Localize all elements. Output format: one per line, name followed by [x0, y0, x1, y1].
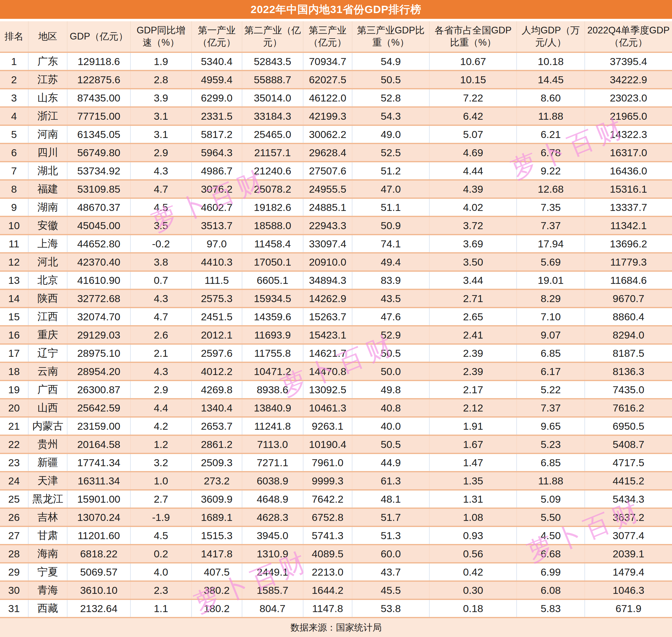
table-cell: 9.07 [517, 326, 584, 344]
table-row: 7湖北53734.924.34986.721240.627507.651.24.… [0, 162, 672, 180]
table-cell: 3609.9 [192, 490, 242, 508]
table-cell: 10 [0, 216, 28, 235]
table-cell: 四川 [28, 143, 67, 162]
table-cell: 6950.5 [585, 417, 672, 435]
column-header-region: 地区 [28, 21, 67, 52]
table-cell: 7616.2 [585, 399, 672, 417]
table-cell: 14621.7 [303, 344, 352, 362]
table-cell: 6.78 [517, 143, 584, 162]
table-row: 30青海3610.102.3380.21585.71644.245.50.306… [0, 581, 672, 599]
table-cell: 32074.70 [67, 308, 130, 326]
table-cell: 12 [0, 253, 28, 271]
table-cell: 18588.0 [242, 216, 303, 235]
table-cell: 14322.3 [585, 125, 672, 143]
table-cell: 25642.59 [67, 399, 130, 417]
table-cell: 17050.1 [242, 253, 303, 271]
table-cell: 2.12 [429, 399, 517, 417]
table-cell: 0.56 [429, 545, 517, 563]
table-cell: 7.10 [517, 308, 584, 326]
table-cell: 6038.9 [242, 472, 303, 490]
table-row: 6四川56749.802.95964.321157.129628.452.54.… [0, 143, 672, 162]
table-cell: 5.69 [517, 253, 584, 271]
table-cell: 28975.10 [67, 344, 130, 362]
table-cell: 9670.7 [585, 289, 672, 308]
table-cell: 4.3 [130, 162, 192, 180]
table-cell: 11.88 [517, 107, 584, 125]
table-row: 17辽宁28975.102.12597.611755.814621.750.52… [0, 344, 672, 362]
table-cell: 11342.1 [585, 216, 672, 235]
table-cell: 51.1 [352, 198, 429, 216]
table-cell: 4.02 [429, 198, 517, 216]
table-cell: 24885.1 [303, 198, 352, 216]
table-row: 29宁夏5069.574.0407.52449.12213.043.70.426… [0, 563, 672, 581]
table-cell: 44652.80 [67, 235, 130, 253]
table-body: 1广东129118.61.95340.452843.570934.754.910… [0, 52, 672, 618]
table-cell: 1310.9 [242, 545, 303, 563]
table-cell: 1585.7 [242, 581, 303, 599]
table-cell: 1147.8 [303, 599, 352, 618]
table-header-row: 排名 地区 GDP（亿元） GDP同比增速（%） 第一产业（亿元） 第二产业（亿… [0, 21, 672, 52]
table-cell: 49.4 [352, 253, 429, 271]
table-cell: 4.7 [130, 308, 192, 326]
table-cell: 52.8 [352, 89, 429, 107]
table-cell: 2.41 [429, 326, 517, 344]
table-cell: 1.08 [429, 508, 517, 526]
table-cell: 8860.4 [585, 308, 672, 326]
table-cell: 1515.3 [192, 526, 242, 545]
table-cell: 11241.8 [242, 417, 303, 435]
table-cell: 2.39 [429, 344, 517, 362]
table-cell: 32772.68 [67, 289, 130, 308]
table-cell: 7961.0 [303, 453, 352, 472]
table-cell: 4.3 [130, 289, 192, 308]
table-cell: 6.21 [517, 125, 584, 143]
column-header-rank: 排名 [0, 21, 28, 52]
table-row: 9湖南48670.374.54602.719182.624885.151.14.… [0, 198, 672, 216]
table-cell: 2653.7 [192, 417, 242, 435]
table-cell: 2575.3 [192, 289, 242, 308]
table-cell: 5741.3 [303, 526, 352, 545]
column-header-gdp: GDP（亿元） [67, 21, 130, 52]
table-cell: 33184.3 [242, 107, 303, 125]
table-cell: 671.9 [585, 599, 672, 618]
table-row: 1广东129118.61.95340.452843.570934.754.910… [0, 52, 672, 71]
table-cell: 2132.64 [67, 599, 130, 618]
table-cell: 2.9 [130, 143, 192, 162]
table-cell: 14470.8 [303, 362, 352, 381]
table-row: 8福建53109.854.73076.225078.224955.547.04.… [0, 180, 672, 198]
table-cell: 15316.1 [585, 180, 672, 198]
table-cell: 31 [0, 599, 28, 618]
table-cell: 4959.4 [192, 71, 242, 89]
table-cell: 江西 [28, 308, 67, 326]
table-cell: 40.8 [352, 399, 429, 417]
table-cell: 2.9 [130, 381, 192, 399]
table-cell: 2861.2 [192, 435, 242, 453]
table-cell: 西藏 [28, 599, 67, 618]
table-cell: 8938.6 [242, 381, 303, 399]
table-cell: 1046.3 [585, 581, 672, 599]
table-cell: 16317.0 [585, 143, 672, 162]
table-cell: 24 [0, 472, 28, 490]
table-cell: 6.85 [517, 453, 584, 472]
table-cell: 52.9 [352, 326, 429, 344]
table-cell: 7435.0 [585, 381, 672, 399]
table-row: 31西藏2132.641.1180.2804.71147.853.80.185.… [0, 599, 672, 618]
table-cell: 51.3 [352, 526, 429, 545]
table-cell: 11779.3 [585, 253, 672, 271]
table-cell: 3610.10 [67, 581, 130, 599]
table-cell: 广东 [28, 52, 67, 71]
table-cell: 5408.7 [585, 435, 672, 453]
table-cell: 2.1 [130, 344, 192, 362]
table-cell: 7.37 [517, 216, 584, 235]
table-cell: 江苏 [28, 71, 67, 89]
table-cell: 7642.2 [303, 490, 352, 508]
column-header-gdp-per-capita: 人均GDP（万元/人） [517, 21, 584, 52]
table-cell: 4.3 [130, 362, 192, 381]
table-cell: 11684.6 [585, 271, 672, 289]
table-cell: 5.50 [517, 508, 584, 526]
table-cell: 5.07 [429, 125, 517, 143]
table-cell: 16436.0 [585, 162, 672, 180]
table-cell: 23159.00 [67, 417, 130, 435]
table-cell: 56749.80 [67, 143, 130, 162]
table-cell: 4.7 [130, 180, 192, 198]
table-cell: 27 [0, 526, 28, 545]
